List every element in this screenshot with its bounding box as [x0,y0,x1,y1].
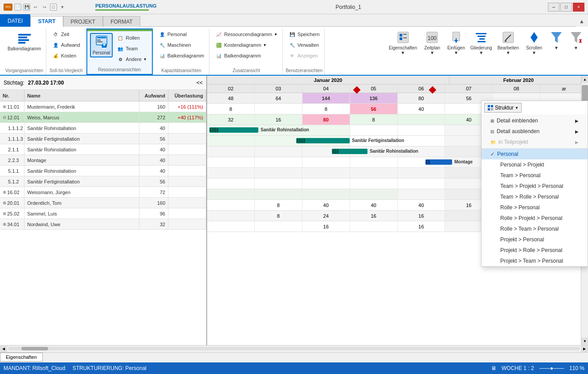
expand-btn[interactable]: ⊕ [3,200,6,205]
td-aufwand: 56 [139,176,168,187]
table-row[interactable]: ⊖12.01 Weiss, Marcus 272 +40 (117%) [0,112,206,123]
table-row[interactable]: ⊕11.01 Mustermann, Frederik 160 +16 (111… [0,102,206,112]
team-button[interactable]: 👥 Team [114,44,149,53]
more-icon[interactable]: ▼ [59,4,66,11]
new-icon[interactable]: 📄 [14,4,21,11]
table-row[interactable]: ⊕25.02 Sammel, Luis 96 [0,208,206,219]
table-row[interactable]: 1.1.1.2 Sanitär Rohinstallation 40 [0,123,206,134]
ribbon-group-kapazitat: 👤 Personal 🔧 Maschinen 📊 Balkendiagramm … [154,28,210,75]
struktur-projekt-team-personal-item[interactable]: Projekt > Team > Personal [482,256,588,266]
svg-rect-7 [97,41,102,42]
bearbeiten-button[interactable]: Bearbeiten▼ [495,28,521,57]
table-row[interactable]: ⊕34.01 Nordwind, Uwe 32 [0,219,206,230]
h-scroll-thumb[interactable] [21,347,48,350]
table-row[interactable]: 5.1.2 Sanitär Fertiginstallation 56 [0,176,206,187]
zoom-slider[interactable]: ——●—— [539,365,564,371]
ribbon-group-items-5: 📈 Ressourcendiagramm ▼ 💹 Kostendiagramm … [213,29,280,74]
struktur-projekt-rolle-personal-item[interactable]: Projekt > Rolle > Personal [482,245,588,256]
table-header: Nr. Name Aufwand Überlastung [0,90,206,102]
speichern-button[interactable]: 💾 Speichern [286,29,322,39]
kosten-button[interactable]: 💰 Kosten [50,51,82,61]
table-row[interactable]: ⊕20.01 Ordentlich, Tom 160 [0,198,206,208]
maschinen-button[interactable]: 🔧 Maschinen [156,40,207,50]
scroll-down-button[interactable]: ▼ [581,338,588,345]
anzeigen-button[interactable]: 👁 Anzeigen [286,51,322,61]
tab-datei[interactable]: DATEI [0,14,30,27]
tab-format[interactable]: FORMAT [103,16,140,27]
filter1-button[interactable]: ▼ [547,28,566,52]
scrollen-button[interactable]: Scrollen▼ [522,28,546,57]
detail-ausblenden-item[interactable]: ⊟ Detail ausblenden ▶ [482,126,588,137]
table-row[interactable]: 1.1.1.3 Sanitär Fertiginstallation 56 [0,134,206,144]
td-nr: ⊕20.01 [0,198,24,208]
zeitplan-button[interactable]: 100 Zeitplan▼ [420,28,444,57]
struktur-team-rolle-personal-item[interactable]: Team > Rolle > Personal [482,191,588,202]
ressourcendiagramm-button[interactable]: 📈 Ressourcendiagramm ▼ [213,29,280,39]
tab-start[interactable]: START [30,16,63,27]
minimize-button[interactable]: – [548,3,559,12]
verwalten-button[interactable]: 🔧 Verwalten [286,40,322,50]
struktur-projekt-personal-item[interactable]: Projekt > Personal [482,234,588,245]
gc49 [207,189,255,199]
struktur-team-personal-item[interactable]: Team > Personal [482,170,588,181]
save-icon[interactable]: 💾 [23,4,30,11]
gc45 [398,179,445,189]
balkendiagramm-button[interactable]: Balkendiagramm [5,29,43,53]
expand-btn[interactable]: ⊖ [3,115,6,120]
nav-left[interactable]: << [196,80,203,86]
personal-button[interactable]: Personal [90,33,113,57]
active-bar [87,29,152,31]
einfugen-button[interactable]: Einfügen▼ [445,28,467,57]
tab-projekt[interactable]: PROJEKT [63,16,103,27]
expand-btn[interactable]: ⊕ [3,104,6,109]
close-button[interactable]: × [573,3,584,12]
td-nr: 5.1.2 [0,176,24,187]
zeit-button[interactable]: ⏱ Zeit [50,29,82,39]
rollen-button[interactable]: 📋 Rollen [114,33,149,43]
expand-btn[interactable]: ⊕ [3,222,6,227]
gc51 [302,189,350,199]
td-ueberlastung: +40 (117%) [168,112,206,122]
bearbeiten-label: Bearbeiten▼ [498,45,519,55]
undo-icon[interactable]: ↩ [32,4,39,11]
teilprojekt-item[interactable]: 📁 in Teilprojekt ▶ [482,137,588,147]
scroll-left-button[interactable]: ◀ [0,345,7,352]
window-icon[interactable]: □ [50,4,57,11]
struktur-rolle-projekt-personal-item[interactable]: Rolle > Projekt > Personal [482,213,588,224]
struktur-team-projekt-personal-item[interactable]: Team > Projekt > Personal [482,181,588,191]
andere-button[interactable]: ⚙ Andere ▼ [114,54,149,64]
expand-btn[interactable]: ⊕ [3,190,6,195]
struktur-btn[interactable]: Struktur ▼ [484,103,522,113]
app-title: Portfolio_1 [149,4,548,10]
scroll-right-button[interactable]: ▶ [581,345,588,352]
redo-icon[interactable]: ↪ [41,4,48,11]
zusatz-label: Zusatzansicht [210,68,282,73]
maximize-button[interactable]: □ [560,3,572,12]
struktur-rolle-personal-item[interactable]: Rolle > Personal [482,202,588,213]
detail-einblenden-item[interactable]: ⊞ Detail einblenden ▶ [482,115,588,126]
bar-label-rohinstallation2: Sanitär Rohinstallation [370,149,418,154]
struktur-personal-item[interactable]: ✓ Personal [482,149,588,159]
struktur-rolle-team-personal-item[interactable]: Rolle > Team > Personal [482,224,588,234]
kapazitat-balken-button[interactable]: 📊 Balkendiagramm [156,51,207,61]
ribbon-collapse-button[interactable]: ▲ [576,16,588,27]
scroll-up-button[interactable]: ▲ [581,76,588,83]
struktur-arrow: ▼ [515,106,519,110]
eigenschaften-tab[interactable]: Eigenschaften [0,353,43,362]
gliederung-button[interactable]: Gliederung▼ [468,28,494,57]
table-row[interactable]: ⊕16.02 Weissmann, Jürgen 72 [0,187,206,198]
aufwand-button[interactable]: 👤 Aufwand [50,40,82,50]
eigenschaften-button[interactable]: Eigenschaften▼ [387,28,419,57]
table-row[interactable]: 2.2.3 Montage 40 [0,155,206,166]
horizontal-scrollbar[interactable]: ◀ ▶ [0,345,588,352]
table-row[interactable]: 5.1.1 Sanitär Rohinstallation 40 [0,166,206,176]
table-row[interactable]: 2.1.1 Sanitär Rohinstallation 40 [0,144,206,155]
zusatz-balken-button[interactable]: 📊 Balkendiagramm [213,51,280,61]
scroll-thumb[interactable] [582,85,588,103]
struktur-personal-projekt-item[interactable]: Personal > Projekt [482,159,588,170]
week-04: 04 [302,85,350,93]
kapazitat-personal-button[interactable]: 👤 Personal [156,29,207,39]
expand-btn[interactable]: ⊕ [3,211,6,216]
kostendiagramm-button[interactable]: 💹 Kostendiagramm ▼ [213,40,280,50]
filter2-button[interactable]: ▼ [567,28,585,52]
